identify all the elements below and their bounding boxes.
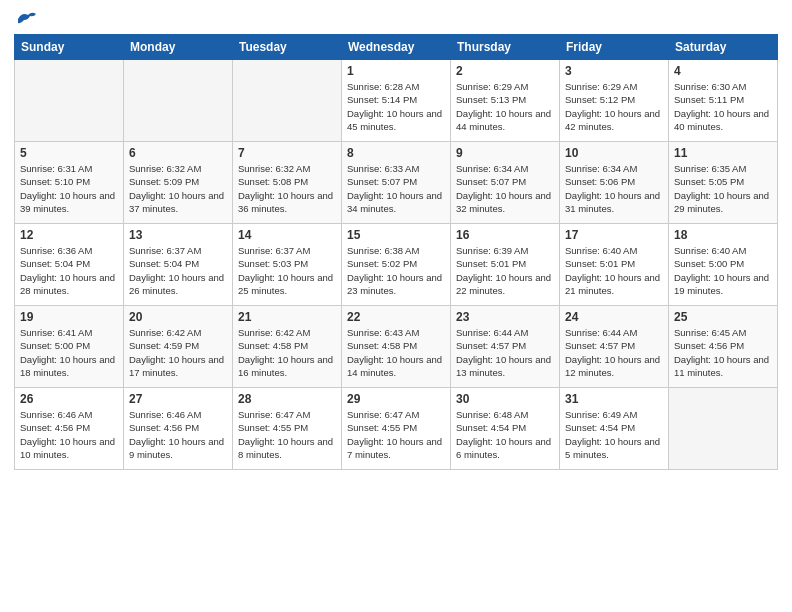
day-number: 6	[129, 146, 227, 160]
day-number: 7	[238, 146, 336, 160]
calendar-cell: 31Sunrise: 6:49 AMSunset: 4:54 PMDayligh…	[560, 388, 669, 470]
day-info: Sunrise: 6:42 AMSunset: 4:59 PMDaylight:…	[129, 326, 227, 379]
calendar-cell	[15, 60, 124, 142]
calendar-cell: 10Sunrise: 6:34 AMSunset: 5:06 PMDayligh…	[560, 142, 669, 224]
col-header-thursday: Thursday	[451, 35, 560, 60]
calendar-cell: 22Sunrise: 6:43 AMSunset: 4:58 PMDayligh…	[342, 306, 451, 388]
col-header-sunday: Sunday	[15, 35, 124, 60]
day-number: 16	[456, 228, 554, 242]
day-info: Sunrise: 6:31 AMSunset: 5:10 PMDaylight:…	[20, 162, 118, 215]
day-number: 31	[565, 392, 663, 406]
calendar-cell: 8Sunrise: 6:33 AMSunset: 5:07 PMDaylight…	[342, 142, 451, 224]
calendar-cell: 30Sunrise: 6:48 AMSunset: 4:54 PMDayligh…	[451, 388, 560, 470]
calendar-cell: 1Sunrise: 6:28 AMSunset: 5:14 PMDaylight…	[342, 60, 451, 142]
calendar-cell: 16Sunrise: 6:39 AMSunset: 5:01 PMDayligh…	[451, 224, 560, 306]
week-row-3: 19Sunrise: 6:41 AMSunset: 5:00 PMDayligh…	[15, 306, 778, 388]
day-number: 4	[674, 64, 772, 78]
day-number: 21	[238, 310, 336, 324]
day-number: 24	[565, 310, 663, 324]
calendar-cell: 2Sunrise: 6:29 AMSunset: 5:13 PMDaylight…	[451, 60, 560, 142]
header	[14, 10, 778, 28]
day-info: Sunrise: 6:34 AMSunset: 5:06 PMDaylight:…	[565, 162, 663, 215]
col-header-wednesday: Wednesday	[342, 35, 451, 60]
day-number: 12	[20, 228, 118, 242]
day-info: Sunrise: 6:37 AMSunset: 5:04 PMDaylight:…	[129, 244, 227, 297]
day-number: 17	[565, 228, 663, 242]
day-info: Sunrise: 6:41 AMSunset: 5:00 PMDaylight:…	[20, 326, 118, 379]
day-number: 29	[347, 392, 445, 406]
calendar-cell: 26Sunrise: 6:46 AMSunset: 4:56 PMDayligh…	[15, 388, 124, 470]
day-info: Sunrise: 6:40 AMSunset: 5:01 PMDaylight:…	[565, 244, 663, 297]
day-number: 8	[347, 146, 445, 160]
day-number: 18	[674, 228, 772, 242]
col-header-friday: Friday	[560, 35, 669, 60]
day-number: 25	[674, 310, 772, 324]
day-info: Sunrise: 6:30 AMSunset: 5:11 PMDaylight:…	[674, 80, 772, 133]
day-info: Sunrise: 6:29 AMSunset: 5:13 PMDaylight:…	[456, 80, 554, 133]
day-info: Sunrise: 6:47 AMSunset: 4:55 PMDaylight:…	[238, 408, 336, 461]
calendar-cell: 17Sunrise: 6:40 AMSunset: 5:01 PMDayligh…	[560, 224, 669, 306]
week-row-1: 5Sunrise: 6:31 AMSunset: 5:10 PMDaylight…	[15, 142, 778, 224]
calendar-cell	[669, 388, 778, 470]
day-number: 27	[129, 392, 227, 406]
day-info: Sunrise: 6:36 AMSunset: 5:04 PMDaylight:…	[20, 244, 118, 297]
day-number: 26	[20, 392, 118, 406]
day-number: 3	[565, 64, 663, 78]
day-info: Sunrise: 6:37 AMSunset: 5:03 PMDaylight:…	[238, 244, 336, 297]
day-info: Sunrise: 6:32 AMSunset: 5:08 PMDaylight:…	[238, 162, 336, 215]
calendar-cell: 24Sunrise: 6:44 AMSunset: 4:57 PMDayligh…	[560, 306, 669, 388]
day-info: Sunrise: 6:43 AMSunset: 4:58 PMDaylight:…	[347, 326, 445, 379]
calendar-cell: 19Sunrise: 6:41 AMSunset: 5:00 PMDayligh…	[15, 306, 124, 388]
day-info: Sunrise: 6:46 AMSunset: 4:56 PMDaylight:…	[129, 408, 227, 461]
day-info: Sunrise: 6:49 AMSunset: 4:54 PMDaylight:…	[565, 408, 663, 461]
day-number: 19	[20, 310, 118, 324]
day-info: Sunrise: 6:40 AMSunset: 5:00 PMDaylight:…	[674, 244, 772, 297]
day-number: 23	[456, 310, 554, 324]
calendar-cell: 25Sunrise: 6:45 AMSunset: 4:56 PMDayligh…	[669, 306, 778, 388]
calendar-cell	[233, 60, 342, 142]
logo-bird-icon	[16, 10, 38, 28]
day-number: 13	[129, 228, 227, 242]
day-info: Sunrise: 6:46 AMSunset: 4:56 PMDaylight:…	[20, 408, 118, 461]
calendar-cell: 9Sunrise: 6:34 AMSunset: 5:07 PMDaylight…	[451, 142, 560, 224]
day-number: 11	[674, 146, 772, 160]
day-number: 28	[238, 392, 336, 406]
day-info: Sunrise: 6:42 AMSunset: 4:58 PMDaylight:…	[238, 326, 336, 379]
day-number: 30	[456, 392, 554, 406]
col-header-saturday: Saturday	[669, 35, 778, 60]
day-info: Sunrise: 6:38 AMSunset: 5:02 PMDaylight:…	[347, 244, 445, 297]
calendar-cell	[124, 60, 233, 142]
calendar-cell: 20Sunrise: 6:42 AMSunset: 4:59 PMDayligh…	[124, 306, 233, 388]
calendar-cell: 18Sunrise: 6:40 AMSunset: 5:00 PMDayligh…	[669, 224, 778, 306]
day-number: 15	[347, 228, 445, 242]
calendar-cell: 21Sunrise: 6:42 AMSunset: 4:58 PMDayligh…	[233, 306, 342, 388]
calendar-cell: 15Sunrise: 6:38 AMSunset: 5:02 PMDayligh…	[342, 224, 451, 306]
week-row-0: 1Sunrise: 6:28 AMSunset: 5:14 PMDaylight…	[15, 60, 778, 142]
calendar-cell: 7Sunrise: 6:32 AMSunset: 5:08 PMDaylight…	[233, 142, 342, 224]
day-number: 20	[129, 310, 227, 324]
week-row-2: 12Sunrise: 6:36 AMSunset: 5:04 PMDayligh…	[15, 224, 778, 306]
day-number: 1	[347, 64, 445, 78]
day-info: Sunrise: 6:35 AMSunset: 5:05 PMDaylight:…	[674, 162, 772, 215]
day-info: Sunrise: 6:33 AMSunset: 5:07 PMDaylight:…	[347, 162, 445, 215]
day-number: 2	[456, 64, 554, 78]
day-info: Sunrise: 6:29 AMSunset: 5:12 PMDaylight:…	[565, 80, 663, 133]
day-number: 22	[347, 310, 445, 324]
col-header-tuesday: Tuesday	[233, 35, 342, 60]
calendar-cell: 6Sunrise: 6:32 AMSunset: 5:09 PMDaylight…	[124, 142, 233, 224]
calendar-table: SundayMondayTuesdayWednesdayThursdayFrid…	[14, 34, 778, 470]
day-info: Sunrise: 6:32 AMSunset: 5:09 PMDaylight:…	[129, 162, 227, 215]
day-number: 9	[456, 146, 554, 160]
logo	[14, 10, 38, 28]
calendar-cell: 4Sunrise: 6:30 AMSunset: 5:11 PMDaylight…	[669, 60, 778, 142]
day-info: Sunrise: 6:48 AMSunset: 4:54 PMDaylight:…	[456, 408, 554, 461]
page-container: SundayMondayTuesdayWednesdayThursdayFrid…	[0, 0, 792, 612]
calendar-cell: 3Sunrise: 6:29 AMSunset: 5:12 PMDaylight…	[560, 60, 669, 142]
calendar-cell: 29Sunrise: 6:47 AMSunset: 4:55 PMDayligh…	[342, 388, 451, 470]
day-info: Sunrise: 6:44 AMSunset: 4:57 PMDaylight:…	[456, 326, 554, 379]
day-number: 10	[565, 146, 663, 160]
calendar-cell: 11Sunrise: 6:35 AMSunset: 5:05 PMDayligh…	[669, 142, 778, 224]
calendar-cell: 13Sunrise: 6:37 AMSunset: 5:04 PMDayligh…	[124, 224, 233, 306]
calendar-cell: 28Sunrise: 6:47 AMSunset: 4:55 PMDayligh…	[233, 388, 342, 470]
day-info: Sunrise: 6:44 AMSunset: 4:57 PMDaylight:…	[565, 326, 663, 379]
